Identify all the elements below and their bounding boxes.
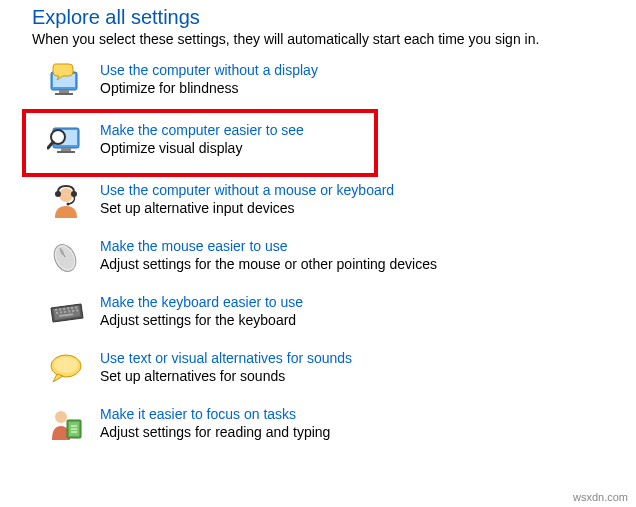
svg-rect-27 [68,310,70,312]
svg-rect-6 [61,148,71,151]
svg-rect-26 [64,311,66,313]
watermark: wsxdn.com [573,491,628,503]
svg-point-32 [54,357,78,373]
svg-point-13 [67,203,70,206]
svg-point-33 [55,411,67,423]
svg-rect-24 [56,312,58,314]
svg-rect-7 [57,151,75,153]
svg-line-9 [48,142,53,148]
option-keyboard-easier: Make the keyboard easier to use Adjust s… [46,287,636,343]
svg-rect-3 [55,93,73,95]
option-text-visual-alternatives: Use text or visual alternatives for soun… [46,343,636,399]
option-mouse-easier: Make the mouse easier to use Adjust sett… [46,231,636,287]
option-without-mouse-keyboard: Use the computer without a mouse or keyb… [46,175,636,231]
link-without-display[interactable]: Use the computer without a display [100,62,318,78]
svg-rect-20 [63,308,65,310]
mouse-icon [46,237,86,277]
option-without-display: Use the computer without a display Optim… [46,55,636,111]
desc-mouse-easier: Adjust settings for the mouse or other p… [100,256,437,272]
link-focus-tasks[interactable]: Make it easier to focus on tasks [100,406,296,422]
svg-rect-21 [67,307,69,309]
svg-rect-18 [55,309,57,311]
svg-rect-29 [76,309,78,311]
svg-rect-22 [71,307,73,309]
desc-without-display: Optimize for blindness [100,80,318,96]
link-text-visual-alternatives[interactable]: Use text or visual alternatives for soun… [100,350,352,366]
person-headset-icon [46,181,86,221]
svg-rect-28 [72,310,74,312]
desc-text-visual-alternatives: Set up alternatives for sounds [100,368,352,384]
svg-rect-2 [59,90,69,93]
page-subtitle: When you select these settings, they wil… [32,31,636,47]
keyboard-icon [46,293,86,333]
svg-rect-23 [75,306,77,308]
svg-point-11 [55,191,61,197]
speech-bubble-icon [46,349,86,389]
option-easier-to-see: Make the computer easier to see Optimize… [24,111,376,175]
desc-focus-tasks: Adjust settings for reading and typing [100,424,330,440]
options-list: Use the computer without a display Optim… [0,55,636,455]
svg-rect-25 [60,311,62,313]
link-easier-to-see[interactable]: Make the computer easier to see [100,122,304,138]
person-book-icon [46,405,86,445]
desc-keyboard-easier: Adjust settings for the keyboard [100,312,303,328]
link-keyboard-easier[interactable]: Make the keyboard easier to use [100,294,303,310]
link-without-mouse-keyboard[interactable]: Use the computer without a mouse or keyb… [100,182,394,198]
page-title: Explore all settings [32,6,636,29]
monitor-speech-icon [46,61,86,101]
link-mouse-easier[interactable]: Make the mouse easier to use [100,238,288,254]
monitor-magnifier-icon [46,121,86,161]
svg-rect-19 [59,308,61,310]
desc-without-mouse-keyboard: Set up alternative input devices [100,200,394,216]
header: Explore all settings When you select the… [0,6,636,47]
desc-easier-to-see: Optimize visual display [100,140,304,156]
svg-point-10 [59,188,73,202]
option-focus-tasks: Make it easier to focus on tasks Adjust … [46,399,636,455]
